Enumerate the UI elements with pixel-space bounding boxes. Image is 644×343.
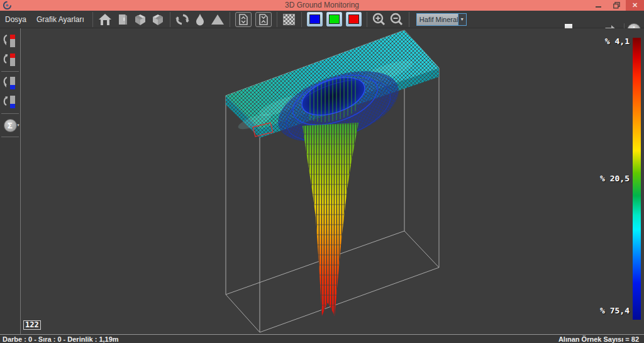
combobox-value: Hafif Mineralli [417,14,458,25]
toolbar-separator [277,12,277,27]
menu-item-dosya[interactable]: Dosya [0,11,31,28]
box-view-button[interactable] [114,11,131,28]
sample-count-marker: 122 [23,320,41,330]
green-channel-button[interactable] [326,12,342,26]
blue-swatch-icon [309,14,320,24]
cube-icon [116,13,129,26]
minimize-button[interactable] [589,0,608,11]
zoom-in-button[interactable] [370,11,388,28]
cube-iso-right-icon [151,13,165,26]
rod-down-red-button[interactable] [1,51,19,69]
red-channel-button[interactable] [346,12,362,26]
expand-doc-button[interactable] [235,12,252,27]
rod-up-red-icon [2,33,18,49]
scene-canvas[interactable]: % 4,1 % 20,5 % 75,4 122 [21,28,644,334]
blue-channel-button[interactable] [307,12,323,26]
app-window: 3D Ground Monitoring ✕ Dosya Grafik Ayar… [0,0,644,343]
window-title: 3D Ground Monitoring [0,1,644,9]
restore-button[interactable] [608,0,626,11]
toolbar-separator [92,12,93,27]
grid-icon [283,14,295,25]
restore-icon [613,2,620,9]
collapse-doc-button[interactable] [255,12,272,27]
toolbar: Dosya Grafik Ayarları [0,11,644,28]
document-collapse-icon [258,14,269,25]
triangle-icon [211,13,225,26]
document-expand-icon [238,14,248,25]
chevron-down-icon[interactable]: ▼ [458,14,466,25]
toolbar-separator [409,12,409,27]
sidebar-separator [1,71,19,72]
colorbar-label-middle: % 20,5 [573,174,630,183]
sigma-dropdown-icon[interactable]: ▼ [16,123,20,127]
rod-up-blue-icon [2,75,18,91]
iso-view-right-button[interactable] [149,11,167,28]
cube-iso-left-icon [133,13,147,26]
sigma-icon: Σ [4,119,17,132]
toolbar-separator [170,12,170,27]
rod-down-blue-icon [2,94,18,110]
iso-view-left-button[interactable] [131,11,149,28]
close-button[interactable]: ✕ [626,0,644,11]
minimize-icon [596,6,601,8]
sidebar-separator [1,137,19,137]
toolbar-separator [367,12,367,27]
grid-button[interactable] [280,11,298,28]
window-controls: ✕ [589,0,644,11]
status-right: Alınan Örnek Sayısı = 82 [558,335,644,343]
title-bar[interactable]: 3D Ground Monitoring ✕ [0,0,644,11]
sigma-button[interactable]: Σ ▼ [1,116,19,134]
rod-up-red-button[interactable] [1,32,19,50]
rotate-arrows-icon [174,13,191,26]
green-swatch-icon [329,14,340,24]
colorbar-label-top: % 4,1 [573,37,630,46]
rod-down-red-icon [2,52,18,68]
droplet-icon [194,13,206,26]
red-swatch-icon [348,14,359,24]
funnel-mesh [303,123,358,316]
menu-item-grafik-ayarlari[interactable]: Grafik Ayarları [31,11,89,28]
close-icon: ✕ [632,2,638,9]
zoom-out-icon [390,13,404,26]
home-view-button[interactable] [96,11,114,28]
colorbar [633,38,641,320]
toolbar-separator [301,12,302,27]
zoom-out-button[interactable] [388,11,406,28]
droplet-button[interactable] [191,11,209,28]
house-icon [98,13,112,26]
3d-scene [21,28,644,334]
rod-up-blue-button[interactable] [1,74,19,92]
left-sidebar: Σ ▼ [0,28,21,334]
cone-button[interactable] [209,11,226,28]
colorbar-label-bottom: % 75,4 [573,306,630,315]
rod-down-blue-button[interactable] [1,93,19,111]
rotate-view-button[interactable] [174,11,191,28]
sidebar-separator [1,113,19,114]
mineral-type-combobox[interactable]: Hafif Mineralli ▼ [416,13,467,26]
zoom-in-icon [372,13,386,26]
status-bar: Darbe : 0 - Sıra : 0 - Derinlik : 1,19m … [0,334,644,343]
toolbar-separator [230,12,230,27]
status-left: Darbe : 0 - Sıra : 0 - Derinlik : 1,19m [0,335,119,343]
